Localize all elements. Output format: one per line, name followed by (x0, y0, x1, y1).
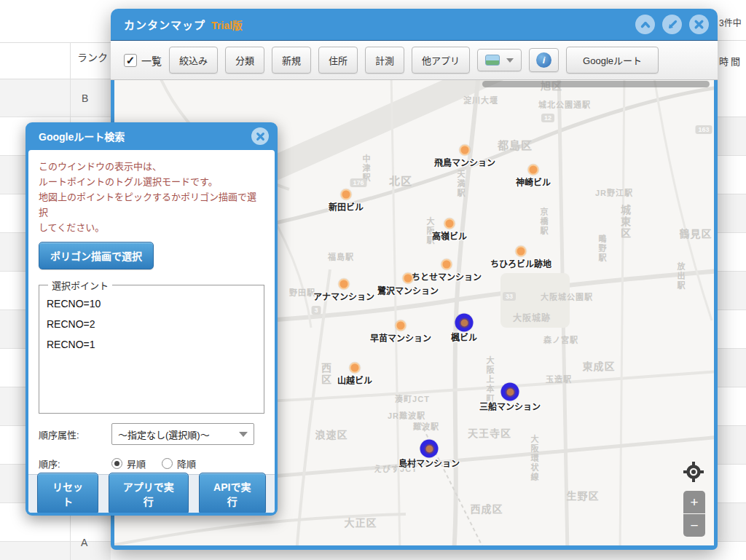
selected-point-item[interactable]: RECNO=1 (47, 334, 256, 355)
info-button[interactable]: i (529, 48, 559, 72)
map-base-label: 天満駅 (455, 170, 466, 199)
message-line: してください。 (39, 220, 264, 235)
map-marker-label: 神崎ビル (516, 176, 551, 188)
map-base-label: 鶴見区 (680, 226, 712, 240)
map-marker[interactable] (341, 189, 352, 200)
route-shield: 176 (350, 178, 366, 187)
close-window-button[interactable] (689, 15, 709, 34)
map-marker[interactable] (516, 246, 527, 257)
map-marker[interactable] (350, 363, 361, 374)
map-base-label: 城東区 (618, 205, 632, 240)
address-button[interactable]: 住所 (318, 47, 358, 74)
order-attribute-select[interactable]: 〜指定なし(選択順)〜 (111, 423, 254, 445)
list-toggle-label: 一覧 (141, 53, 162, 68)
screen: ランク B A 3件中 時間 カンタンマップ Trial版 (0, 0, 746, 560)
map-marker-selected[interactable] (420, 440, 439, 458)
map-marker[interactable] (339, 279, 350, 290)
reset-button[interactable]: リセット (37, 473, 98, 513)
order-row: 順序: 昇順 降順 (39, 457, 264, 470)
table-header-divider (718, 40, 746, 41)
table-cell-rank-a: A (81, 537, 87, 548)
google-route-button[interactable]: Googleルート (566, 47, 659, 74)
measure-button[interactable]: 計測 (365, 47, 404, 74)
map-scrollbar-thumb[interactable] (482, 81, 710, 87)
map-marker-label: 飛鳥マンション (434, 156, 495, 168)
map-marker[interactable] (441, 259, 452, 270)
other-apps-button[interactable]: 他アプリ (412, 47, 470, 74)
map-marker-label: アナマンション (313, 290, 374, 302)
map-base-label: 都島区 (498, 137, 533, 152)
message-line: ルートポイントのトグル選択モードです。 (39, 174, 264, 189)
ascending-label: 昇順 (127, 457, 146, 470)
map-marker-label: 鷺沢マンション (377, 284, 439, 296)
map-marker[interactable] (403, 273, 414, 284)
selected-point-item[interactable]: RECNO=10 (47, 293, 256, 314)
map-base-label: 福島駅 (328, 251, 354, 262)
descending-radio[interactable]: 降順 (162, 457, 196, 470)
window-title: カンタンマップ (124, 17, 205, 32)
map-base-label: 野田駅 (289, 286, 315, 298)
table-cell-rank-b: B (82, 92, 88, 104)
order-label: 順序: (39, 457, 111, 470)
ascending-radio[interactable]: 昇順 (111, 457, 146, 470)
info-icon: i (536, 52, 551, 68)
map-marker[interactable] (396, 320, 407, 331)
collapse-button[interactable] (635, 15, 655, 34)
map-base-label: 東成区 (583, 358, 616, 373)
dialog-message: このウインドウの表示中は、 ルートポイントのトグル選択モードです。 地図上のポイ… (39, 159, 264, 235)
dialog-close-button[interactable] (251, 127, 269, 145)
zoom-control: + − (683, 491, 705, 537)
map-base-label: 湊町JCT (395, 393, 430, 404)
run-api-button[interactable]: APIで実行 (199, 473, 266, 513)
resize-button[interactable] (662, 15, 682, 34)
selected-points-legend: 選択ポイント (48, 278, 112, 292)
toolbar: ✓ 一覧 絞込み 分類 新規 住所 計測 他アプリ i Googleルート (111, 40, 718, 80)
time-column-header: 時間 (719, 54, 742, 68)
google-route-dialog: Googleルート検索 このウインドウの表示中は、 ルートポイントのトグル選択モ… (25, 122, 278, 516)
map-marker-label: 島村マンション (398, 457, 460, 469)
filter-button[interactable]: 絞込み (169, 47, 218, 74)
zoom-out-button[interactable]: − (683, 514, 705, 537)
list-toggle[interactable]: ✓ 一覧 (124, 53, 162, 68)
selected-point-item[interactable]: RECNO=2 (47, 314, 256, 334)
run-in-app-button[interactable]: アプリで実行 (109, 473, 189, 513)
order-attribute-label: 順序属性: (39, 427, 111, 441)
background-table-right (718, 79, 746, 560)
map-marker-label: ちひろビル跡地 (490, 257, 551, 269)
radio-selected-icon (111, 458, 122, 469)
dialog-titlebar[interactable]: Googleルート検索 (28, 122, 275, 150)
map-base-label: JR野江駅 (595, 186, 633, 198)
window-controls (635, 15, 709, 34)
map-base-label: 大阪環状線 (528, 435, 540, 483)
selected-points-box[interactable]: 選択ポイント RECNO=10 RECNO=2 RECNO=1 (39, 278, 264, 414)
map-marker-label: 三船マンション (479, 400, 541, 412)
new-button[interactable]: 新規 (272, 47, 311, 74)
polygon-select-button[interactable]: ポリゴン描画で選択 (39, 242, 154, 269)
basemap-button[interactable] (477, 49, 522, 71)
zoom-in-button[interactable]: + (683, 491, 705, 513)
message-line: このウインドウの表示中は、 (39, 159, 264, 174)
dialog-footer: リセット アプリで実行 APIで実行 (28, 474, 275, 513)
classify-button[interactable]: 分類 (225, 47, 264, 74)
map-marker[interactable] (460, 145, 471, 156)
map-base-label: 西区 (318, 363, 333, 386)
map-marker-selected[interactable] (501, 383, 519, 401)
trial-badge: Trial版 (211, 17, 243, 32)
map-marker-label: 楓ビル (451, 331, 477, 343)
route-shield: 33 (503, 292, 516, 301)
map-base-label: 難波駅 (413, 420, 439, 432)
checkbox-checked-icon: ✓ (124, 54, 137, 67)
map-base-label: 浪速区 (315, 427, 348, 441)
window-titlebar[interactable]: カンタンマップ Trial版 (111, 9, 718, 40)
map-marker-selected[interactable] (455, 314, 474, 332)
caret-down-icon (239, 432, 248, 437)
image-thumbnail-icon (485, 55, 500, 66)
close-icon (694, 19, 704, 30)
map-base-label: 放出駅 (675, 263, 686, 291)
map-base-label: 城北公園通駅 (538, 98, 591, 110)
map-marker[interactable] (528, 165, 539, 176)
map-base-label: 大阪城公園駅 (541, 291, 593, 302)
map-base-label: 大正区 (345, 515, 377, 529)
geolocate-button[interactable] (683, 462, 704, 482)
map-marker[interactable] (444, 218, 455, 229)
